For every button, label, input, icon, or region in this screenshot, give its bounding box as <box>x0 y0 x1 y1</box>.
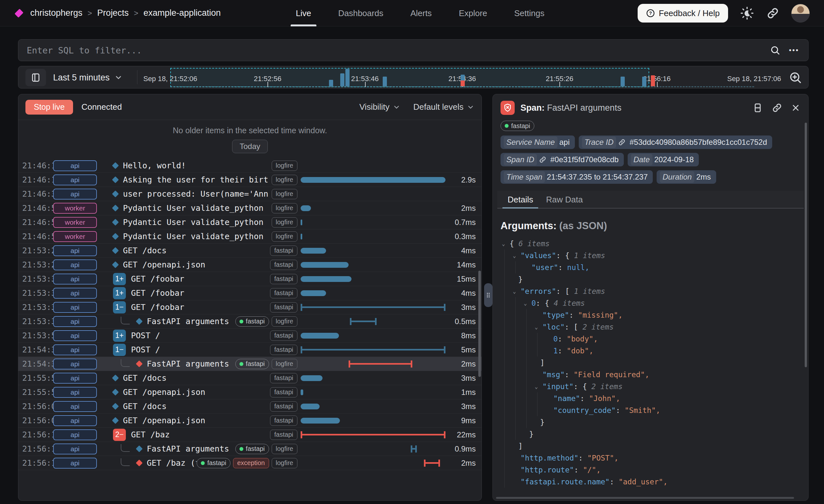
json-line: "country_code": "Smith", <box>501 404 808 416</box>
service-badge-api[interactable]: api <box>53 401 97 412</box>
collapse-toggle-badge[interactable]: 1− <box>113 344 126 356</box>
close-panel-button[interactable] <box>791 103 801 113</box>
chip-duration[interactable]: Duration2ms <box>657 170 716 184</box>
service-badge-worker[interactable]: worker <box>53 203 97 214</box>
chip-service-name[interactable]: Service Nameapi <box>501 135 575 149</box>
theme-toggle-button[interactable] <box>740 6 754 21</box>
today-button[interactable]: Today <box>232 140 268 153</box>
trace-row[interactable]: 21:53:28apiGET /docsfastapi4ms <box>18 243 482 258</box>
trace-row[interactable]: 21:46:55workerPydantic User validate_pyt… <box>18 215 482 229</box>
service-badge-api[interactable]: api <box>53 359 97 370</box>
json-collapse-chevron[interactable]: ⌄ <box>524 300 531 306</box>
trace-row[interactable]: 21:53:56api1+POST /fastapi8ms <box>18 329 482 343</box>
trace-row[interactable]: 21:46:33apiuser processed: User(name='An… <box>18 187 482 201</box>
row-timestamp: 21:53:28 <box>18 246 50 255</box>
service-badge-api[interactable]: api <box>53 160 97 171</box>
collapse-toggle-badge[interactable]: 2− <box>113 429 126 441</box>
trace-row[interactable]: 21:56:13apiGET /baz (fofastapiexceptionl… <box>18 456 482 470</box>
breadcrumb-projects[interactable]: Projects <box>97 8 129 18</box>
chip-date[interactable]: Date2024-09-18 <box>628 153 699 167</box>
collapse-toggle-badge[interactable]: 1+ <box>113 287 126 299</box>
service-badge-api[interactable]: api <box>53 189 97 200</box>
detail-horizontal-scrollbar[interactable] <box>496 497 794 499</box>
trace-row[interactable]: 21:53:35api1+GET /foobarfastapi4ms <box>18 286 482 300</box>
service-badge-api[interactable]: api <box>53 245 97 256</box>
sidebar-toggle-button[interactable] <box>25 69 46 86</box>
chip-time-span[interactable]: Time span21:54:37.235 to 21:54:37.237 <box>501 170 653 184</box>
service-badge-api[interactable]: api <box>53 429 97 440</box>
copy-link-button[interactable] <box>766 6 780 20</box>
search-icon[interactable] <box>769 45 781 56</box>
breadcrumb-project-name[interactable]: example-application <box>143 8 221 18</box>
json-collapse-chevron[interactable]: ⌄ <box>513 288 520 295</box>
default-levels-select[interactable]: Default levels <box>413 102 475 112</box>
service-badge-api[interactable]: api <box>53 373 97 384</box>
service-badge-api[interactable]: api <box>53 316 97 327</box>
panel-resize-handle[interactable] <box>484 283 493 307</box>
service-badge-api[interactable]: api <box>53 302 97 313</box>
service-badge-worker[interactable]: worker <box>53 217 97 228</box>
service-badge-api[interactable]: api <box>53 415 97 426</box>
tab-alerts[interactable]: Alerts <box>405 0 437 26</box>
trace-row[interactable]: 21:46:55workerPydantic User validate_pyt… <box>18 229 482 243</box>
detail-tab-raw-data[interactable]: Raw Data <box>539 191 589 208</box>
user-avatar[interactable] <box>791 4 810 22</box>
tab-live[interactable]: Live <box>291 0 316 26</box>
service-badge-api[interactable]: api <box>53 344 97 355</box>
sql-filter-input[interactable] <box>18 45 769 56</box>
trace-row[interactable]: 21:53:28apiGET /openapi.jsonfastapi14ms <box>18 258 482 272</box>
feedback-help-button[interactable]: ? Feedback / Help <box>638 4 728 22</box>
stop-live-button[interactable]: Stop live <box>25 100 73 115</box>
trace-row[interactable]: 21:56:13api2−GET /bazfastapi22ms <box>18 428 482 442</box>
service-tag-fastapi[interactable]: fastapi <box>501 121 534 131</box>
trace-row[interactable]: 21:46:19apiHello, world!logfire <box>18 159 482 173</box>
service-badge-api[interactable]: api <box>53 387 97 398</box>
copy-span-link-button[interactable] <box>771 102 783 113</box>
collapse-toggle-badge[interactable]: 1+ <box>113 329 126 342</box>
service-badge-api[interactable]: api <box>53 288 97 299</box>
trace-row[interactable]: 21:54:37apiFastAPI argumentsfastapilogfi… <box>18 357 482 371</box>
json-indent-guide <box>504 345 505 357</box>
trace-row[interactable]: 21:53:35apiFastAPI argumentsfastapilogfi… <box>18 314 482 329</box>
time-range-select[interactable]: Last 5 minutes <box>53 66 123 89</box>
trace-row[interactable]: 21:55:58apiGET /openapi.jsonfastapi1ms <box>18 385 482 399</box>
trace-row[interactable]: 21:53:35api1−GET /foobarfastapi3ms <box>18 300 482 314</box>
timeline-zoom-in-button[interactable] <box>788 71 803 85</box>
json-collapse-chevron[interactable]: ⌄ <box>535 324 542 330</box>
trace-row[interactable]: 21:54:37api1−POST /fastapi5ms <box>18 343 482 357</box>
timeline-selection-window[interactable] <box>170 68 649 87</box>
json-collapse-chevron[interactable]: ⌄ <box>535 383 542 390</box>
detail-vertical-scrollbar[interactable] <box>805 123 807 367</box>
collapse-toggle-badge[interactable]: 1+ <box>113 273 126 285</box>
trace-row[interactable]: 21:46:19apiAsking the user for their bir… <box>18 173 482 187</box>
duration-track <box>301 343 445 357</box>
service-badge-api[interactable]: api <box>53 458 97 469</box>
tab-dashboards[interactable]: Dashboards <box>333 0 389 26</box>
split-view-button[interactable] <box>752 102 763 113</box>
json-collapse-chevron[interactable]: ⌄ <box>502 240 510 247</box>
trace-row[interactable]: 21:56:09apiGET /openapi.jsonfastapi9ms <box>18 414 482 428</box>
service-badge-api[interactable]: api <box>53 274 97 285</box>
chip-span-id[interactable]: Span ID#0e31f5fd70e08cdb <box>501 153 624 167</box>
service-badge-api[interactable]: api <box>53 260 97 270</box>
trace-row[interactable]: 21:56:13apiFastAPI argumentsfastapilogfi… <box>18 442 482 456</box>
breadcrumb-org[interactable]: christophergs <box>30 8 82 18</box>
trace-row[interactable]: 21:55:58apiGET /docsfastapi3ms <box>18 371 482 385</box>
visibility-select[interactable]: Visibility <box>359 102 400 112</box>
json-collapse-chevron[interactable]: ⌄ <box>513 252 520 259</box>
service-badge-api[interactable]: api <box>53 175 97 185</box>
list-scrollbar[interactable] <box>478 271 481 377</box>
detail-tab-details[interactable]: Details <box>501 191 539 208</box>
trace-row[interactable]: 21:46:55workerPydantic User validate_pyt… <box>18 201 482 215</box>
chip-trace-id[interactable]: Trace ID#53ddc40980a86b57bfe89c1cc01c752… <box>579 135 772 149</box>
collapse-toggle-badge[interactable]: 1− <box>113 301 126 313</box>
trace-row[interactable]: 21:56:09apiGET /docsfastapi3ms <box>18 399 482 414</box>
tab-explore[interactable]: Explore <box>453 0 492 26</box>
row-duration: 0.3ms <box>445 232 482 241</box>
service-badge-api[interactable]: api <box>53 443 97 455</box>
trace-row[interactable]: 21:53:33api1+GET /foobarfastapi15ms <box>18 272 482 286</box>
service-badge-api[interactable]: api <box>53 330 97 341</box>
tab-settings[interactable]: Settings <box>509 0 550 26</box>
service-badge-worker[interactable]: worker <box>53 231 97 242</box>
filter-more-button[interactable]: ••• <box>789 46 799 55</box>
